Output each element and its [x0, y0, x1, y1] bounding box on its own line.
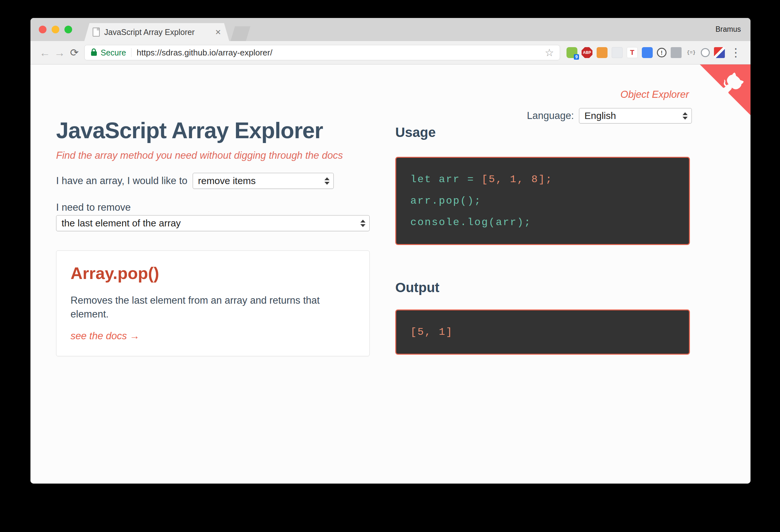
action-select[interactable]: remove items — [193, 173, 334, 189]
object-explorer-link[interactable]: Object Explorer — [620, 89, 689, 100]
browser-tab[interactable]: JavaScript Array Explorer × — [84, 23, 229, 41]
page-favicon-icon — [93, 28, 100, 37]
detail-select[interactable]: the last element of the array — [56, 215, 370, 231]
secure-lock-icon — [91, 51, 97, 56]
result-card: Array.pop() Removes the last element fro… — [56, 250, 370, 356]
page-content: Object Explorer Language: English JavaSc… — [31, 64, 750, 484]
output-value: [5, 1] — [410, 326, 453, 338]
code-line: [5, 1] — [410, 321, 675, 343]
output-heading: Output — [395, 280, 440, 295]
method-name: Array.pop() — [70, 263, 355, 283]
language-value: English — [584, 110, 616, 121]
code-line: let arr = [5, 1, 8]; — [410, 169, 675, 190]
language-row: Language: English — [527, 108, 692, 124]
extension-circle-icon[interactable]: ! — [657, 48, 667, 57]
adblock-plus-icon[interactable]: ABP — [582, 47, 592, 58]
select-arrows-icon — [325, 177, 330, 185]
language-label: Language: — [527, 110, 574, 122]
code-segment: console.log(arr); — [410, 216, 531, 228]
new-tab-button[interactable] — [231, 26, 250, 41]
window-controls — [39, 26, 72, 33]
extension-blue-icon[interactable] — [642, 47, 653, 58]
extension-orange-icon[interactable] — [597, 47, 607, 58]
extension-badge: 9 — [574, 54, 579, 60]
tab-title: JavaScript Array Explorer — [104, 28, 211, 37]
extension-t-icon[interactable]: T — [627, 47, 638, 58]
omnibox-separator — [131, 48, 132, 57]
usage-code-block: let arr = [5, 1, 8]; arr.pop(); console.… — [395, 157, 690, 245]
reload-button[interactable]: ⟳ — [67, 47, 82, 58]
code-segment: [5, 1, 8]; — [482, 174, 553, 185]
output-code-block: [5, 1] — [395, 309, 690, 355]
profile-name[interactable]: Bramus — [716, 25, 741, 34]
security-label: Secure — [101, 48, 126, 57]
code-line: arr.pop(); — [410, 190, 675, 212]
browser-menu-icon[interactable]: ⋮ — [730, 47, 741, 58]
navigation-bar: ← → ⟳ Secure https://sdras.github.io/arr… — [31, 41, 750, 64]
extension-toolbar: 9 ABP T ! {=} — [567, 47, 725, 58]
bookmark-star-icon[interactable]: ☆ — [545, 47, 554, 58]
page-title: JavaScript Array Explorer — [56, 119, 323, 143]
close-window-button[interactable] — [39, 26, 47, 33]
detail-select-value: the last element of the array — [61, 218, 181, 229]
extension-label: ABP — [583, 51, 591, 54]
select-arrows-icon — [683, 112, 688, 119]
address-bar[interactable]: Secure https://sdras.github.io/array-exp… — [84, 45, 560, 60]
code-segment: arr.pop(); — [410, 195, 482, 207]
extension-gray-light-icon[interactable] — [612, 47, 623, 58]
extension-label: {=} — [687, 50, 695, 55]
extension-label: T — [630, 49, 634, 56]
extension-label: ! — [661, 50, 663, 56]
usage-heading: Usage — [395, 125, 436, 140]
tab-strip: JavaScript Array Explorer × Bramus — [31, 18, 750, 41]
extension-json-icon[interactable]: {=} — [686, 47, 697, 58]
select-arrows-icon — [360, 220, 365, 227]
back-button[interactable]: ← — [38, 47, 52, 58]
extension-clock-icon[interactable] — [701, 48, 710, 57]
method-description: Removes the last element from an array a… — [70, 294, 353, 321]
detail-label: I need to remove — [56, 202, 131, 213]
minimize-window-button[interactable] — [52, 26, 59, 33]
code-segment: let arr = — [410, 174, 482, 185]
action-sentence-label: I have an array, I would like to — [56, 175, 188, 187]
code-line: console.log(arr); — [410, 212, 675, 233]
language-select[interactable]: English — [579, 108, 692, 124]
zoom-window-button[interactable] — [64, 26, 72, 33]
extension-gray-icon[interactable] — [671, 47, 682, 58]
extension-green-icon[interactable]: 9 — [567, 47, 577, 58]
tab-close-icon[interactable]: × — [215, 27, 221, 37]
url-text[interactable]: https://sdras.github.io/array-explorer/ — [137, 48, 272, 58]
browser-window: JavaScript Array Explorer × Bramus ← → ⟳… — [31, 18, 750, 484]
forward-button[interactable]: → — [52, 47, 67, 58]
github-corner[interactable] — [700, 64, 750, 115]
see-docs-link[interactable]: see the docs → — [70, 330, 140, 341]
octocat-icon — [700, 64, 750, 115]
page-subtitle: Find the array method you need without d… — [56, 150, 343, 161]
action-sentence-row: I have an array, I would like to remove … — [56, 173, 334, 189]
extension-flag-icon[interactable] — [714, 47, 725, 58]
action-select-value: remove items — [198, 176, 256, 186]
